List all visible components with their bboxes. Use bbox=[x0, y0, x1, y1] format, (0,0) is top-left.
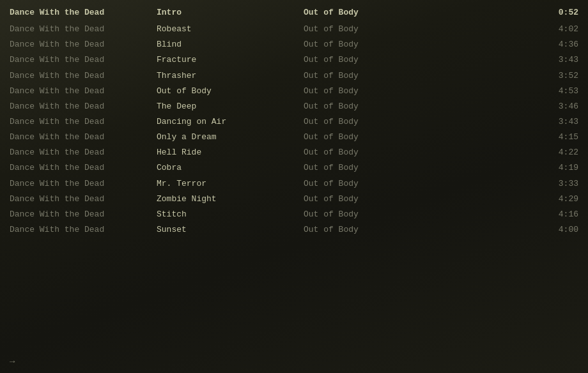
track-album: Out of Body bbox=[304, 85, 444, 98]
track-row[interactable]: Dance With the DeadBlindOut of Body4:36 bbox=[0, 37, 588, 52]
track-title: Fracture bbox=[157, 54, 304, 66]
track-artist: Dance With the Dead bbox=[10, 178, 157, 190]
track-row[interactable]: Dance With the DeadZombie NightOut of Bo… bbox=[0, 192, 588, 207]
track-album: Out of Body bbox=[304, 178, 444, 190]
header-album: Out of Body bbox=[304, 6, 444, 19]
track-artist: Dance With the Dead bbox=[10, 208, 157, 221]
track-title: Dancing on Air bbox=[157, 116, 304, 128]
track-artist: Dance With the Dead bbox=[10, 38, 157, 51]
track-row[interactable]: Dance With the DeadCobraOut of Body4:19 bbox=[0, 160, 588, 176]
track-artist: Dance With the Dead bbox=[10, 100, 157, 113]
track-title: Robeast bbox=[157, 23, 304, 36]
track-duration: 4:29 bbox=[444, 193, 578, 206]
track-row[interactable]: Dance With the DeadMr. TerrorOut of Body… bbox=[0, 176, 588, 192]
track-duration: 3:33 bbox=[444, 178, 578, 190]
track-artist: Dance With the Dead bbox=[10, 224, 157, 236]
track-title: Only a Dream bbox=[157, 131, 304, 144]
track-duration: 3:52 bbox=[444, 70, 578, 82]
track-title: The Deep bbox=[157, 100, 304, 113]
track-title: Hell Ride bbox=[157, 146, 304, 159]
track-artist: Dance With the Dead bbox=[10, 116, 157, 128]
track-row[interactable]: Dance With the DeadFractureOut of Body3:… bbox=[0, 52, 588, 68]
track-album: Out of Body bbox=[304, 54, 444, 66]
track-duration: 4:00 bbox=[444, 224, 578, 236]
track-artist: Dance With the Dead bbox=[10, 131, 157, 144]
track-title: Mr. Terror bbox=[157, 178, 304, 190]
track-album: Out of Body bbox=[304, 23, 444, 36]
track-artist: Dance With the Dead bbox=[10, 70, 157, 82]
track-duration: 4:19 bbox=[444, 162, 578, 174]
track-title: Blind bbox=[157, 38, 304, 51]
track-title: Thrasher bbox=[157, 70, 304, 82]
track-row[interactable]: Dance With the DeadDancing on AirOut of … bbox=[0, 114, 588, 130]
track-artist: Dance With the Dead bbox=[10, 85, 157, 98]
track-duration: 4:22 bbox=[444, 146, 578, 159]
track-album: Out of Body bbox=[304, 116, 444, 128]
track-artist: Dance With the Dead bbox=[10, 193, 157, 206]
track-duration: 4:15 bbox=[444, 131, 578, 144]
track-album: Out of Body bbox=[304, 193, 444, 206]
track-album: Out of Body bbox=[304, 162, 444, 174]
track-title: Out of Body bbox=[157, 85, 304, 98]
header-title: Intro bbox=[157, 6, 304, 19]
track-row[interactable]: Dance With the DeadSunsetOut of Body4:00 bbox=[0, 222, 588, 238]
track-album: Out of Body bbox=[304, 38, 444, 51]
track-artist: Dance With the Dead bbox=[10, 23, 157, 36]
track-album: Out of Body bbox=[304, 70, 444, 82]
track-duration: 4:02 bbox=[444, 23, 578, 36]
header-artist: Dance With the Dead bbox=[10, 6, 157, 19]
track-duration: 4:53 bbox=[444, 85, 578, 98]
track-row[interactable]: Dance With the DeadThe DeepOut of Body3:… bbox=[0, 99, 588, 114]
track-row[interactable]: Dance With the DeadStitchOut of Body4:16 bbox=[0, 207, 588, 222]
track-list: Dance With the Dead Intro Out of Body 0:… bbox=[0, 0, 588, 243]
track-title: Cobra bbox=[157, 162, 304, 174]
track-row[interactable]: Dance With the DeadRobeastOut of Body4:0… bbox=[0, 22, 588, 37]
track-album: Out of Body bbox=[304, 224, 444, 236]
track-title: Zombie Night bbox=[157, 193, 304, 206]
track-row[interactable]: Dance With the DeadThrasherOut of Body3:… bbox=[0, 68, 588, 84]
header-duration: 0:52 bbox=[444, 6, 578, 19]
track-row[interactable]: Dance With the DeadOut of BodyOut of Bod… bbox=[0, 84, 588, 99]
track-duration: 3:43 bbox=[444, 54, 578, 66]
track-duration: 3:46 bbox=[444, 100, 578, 113]
track-title: Sunset bbox=[157, 224, 304, 236]
track-artist: Dance With the Dead bbox=[10, 162, 157, 174]
track-row[interactable]: Dance With the DeadOnly a DreamOut of Bo… bbox=[0, 130, 588, 145]
track-duration: 4:16 bbox=[444, 208, 578, 221]
track-title: Stitch bbox=[157, 208, 304, 221]
track-duration: 3:43 bbox=[444, 116, 578, 128]
bottom-arrow: → bbox=[10, 356, 15, 367]
track-list-header: Dance With the Dead Intro Out of Body 0:… bbox=[0, 5, 588, 20]
track-duration: 4:36 bbox=[444, 38, 578, 51]
track-album: Out of Body bbox=[304, 100, 444, 113]
track-album: Out of Body bbox=[304, 208, 444, 221]
track-artist: Dance With the Dead bbox=[10, 54, 157, 66]
track-row[interactable]: Dance With the DeadHell RideOut of Body4… bbox=[0, 145, 588, 160]
track-artist: Dance With the Dead bbox=[10, 146, 157, 159]
track-album: Out of Body bbox=[304, 146, 444, 159]
track-album: Out of Body bbox=[304, 131, 444, 144]
